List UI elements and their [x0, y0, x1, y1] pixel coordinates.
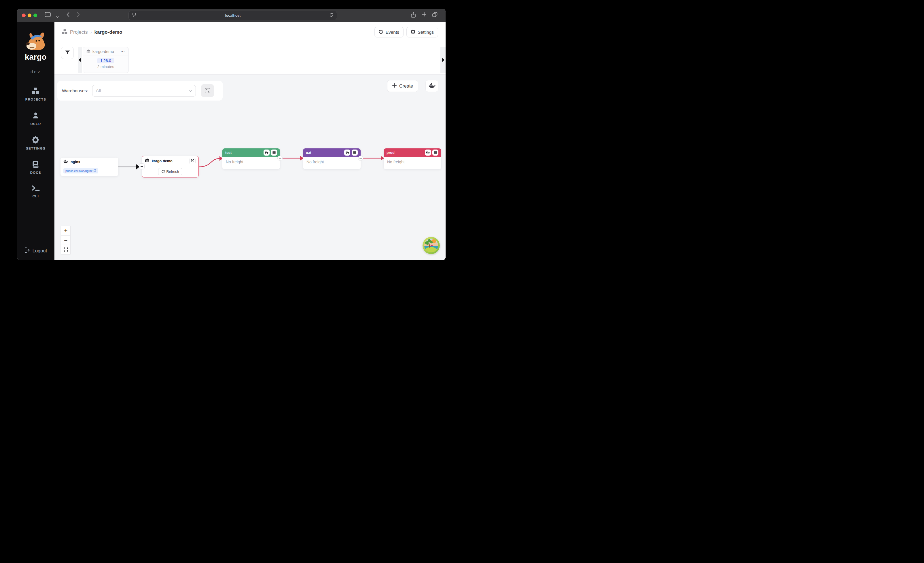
browser-window: localhost [17, 9, 446, 260]
image-link[interactable]: public.ecr.aws/nginx [63, 168, 98, 173]
page-header: Projects › kargo-demo Events [54, 22, 446, 42]
minus-icon [279, 158, 281, 158]
image-link-text: public.ecr.aws/nginx [65, 169, 93, 173]
collapse-connection-button[interactable] [278, 156, 282, 161]
events-label: Events [386, 30, 399, 35]
external-link-icon [191, 159, 194, 163]
repo-node-name: nginx [70, 160, 80, 164]
browser-toolbar: localhost [17, 9, 446, 22]
book-icon [32, 161, 39, 169]
boxes-icon [62, 29, 68, 35]
docker-icon [63, 159, 68, 165]
pipeline-item-menu-button[interactable]: ⋯ [120, 49, 125, 54]
divider [60, 166, 118, 166]
sidebar-item-docs[interactable]: DOCS [30, 161, 41, 174]
page-title: kargo-demo [94, 29, 122, 35]
stage-node-prod[interactable]: prod No freight [384, 149, 441, 169]
collapse-connection-button[interactable] [139, 164, 145, 170]
breadcrumb-separator: › [90, 30, 92, 35]
island-badge-icon[interactable] [423, 237, 440, 254]
sidebar-item-label: USER [30, 122, 41, 126]
freight-truck-button[interactable] [264, 150, 270, 156]
stage-menu-button[interactable] [352, 150, 358, 156]
env-label: dev [30, 69, 41, 74]
reload-icon[interactable] [330, 13, 333, 18]
url-bar[interactable]: localhost [129, 11, 337, 20]
sidebar-item-user[interactable]: USER [30, 112, 41, 126]
warehouse-icon [86, 49, 90, 54]
minimize-window-button[interactable] [28, 14, 32, 17]
age-label: 2 minutes [83, 65, 129, 69]
sidebar-toggle-icon[interactable] [45, 12, 51, 18]
funnel-icon [65, 50, 70, 56]
chevron-down-icon[interactable] [56, 14, 59, 19]
pipeline-canvas[interactable]: Warehouses: All [54, 75, 446, 260]
stage-node-test[interactable]: test No freight [222, 149, 280, 169]
stage-name: test [225, 151, 264, 155]
zoom-in-button[interactable]: + [62, 226, 70, 236]
tab-overview-icon[interactable] [432, 12, 438, 18]
stage-freight-status: No freight [222, 157, 280, 169]
zoom-window-button[interactable] [33, 14, 37, 17]
refresh-icon [162, 170, 165, 174]
refresh-label: Refresh [166, 170, 179, 174]
repo-node-nginx[interactable]: nginx public.ecr.aws/nginx [60, 158, 118, 176]
stage-name: prod [387, 151, 425, 155]
sidebar: kargo dev PROJECTS USER [17, 22, 54, 260]
edge-warehouse-to-test [199, 158, 220, 167]
warehouse-node-kargo-demo[interactable]: kargo-demo [142, 156, 199, 177]
filter-button[interactable] [61, 47, 74, 59]
share-icon[interactable] [411, 12, 416, 19]
caret-left-icon [79, 58, 81, 62]
warehouse-icon [145, 158, 150, 164]
scroll-left-control[interactable] [78, 47, 82, 73]
pipeline-item-card[interactable]: kargo-demo ⋯ 1.28.0 2 minutes [82, 47, 129, 73]
boxes-icon [32, 87, 39, 96]
url-text[interactable]: localhost [136, 13, 330, 18]
history-icon [379, 29, 383, 35]
stage-name: uat [306, 151, 344, 155]
sidebar-item-projects[interactable]: PROJECTS [26, 87, 46, 101]
logout-icon [24, 248, 30, 254]
warehouse-open-button[interactable] [189, 158, 196, 164]
new-tab-icon[interactable] [422, 12, 427, 18]
version-badge[interactable]: 1.28.0 [97, 58, 114, 63]
refresh-button[interactable]: Refresh [158, 168, 183, 175]
external-link-icon [94, 169, 96, 173]
gear-icon [411, 29, 416, 35]
gear-icon [32, 136, 39, 145]
logout-button[interactable]: Logout [17, 248, 54, 254]
breadcrumb-projects-link[interactable]: Projects [70, 29, 87, 35]
stage-freight-status: No freight [384, 157, 441, 169]
breadcrumb: Projects › kargo-demo [62, 29, 122, 35]
zoom-out-button[interactable]: − [62, 236, 70, 245]
forward-button[interactable] [77, 12, 80, 18]
sidebar-item-settings[interactable]: SETTINGS [26, 136, 45, 150]
events-button[interactable]: Events [375, 27, 404, 38]
close-window-button[interactable] [22, 14, 26, 17]
minus-icon [141, 166, 143, 167]
back-button[interactable] [66, 12, 69, 18]
project-settings-button[interactable]: Settings [406, 27, 438, 38]
sidebar-item-label: PROJECTS [26, 98, 46, 101]
pipelines-bar: kargo-demo ⋯ 1.28.0 2 minutes [54, 42, 446, 75]
scroll-right-control[interactable] [440, 47, 446, 73]
warehouse-node-name: kargo-demo [152, 159, 187, 163]
freight-truck-button[interactable] [425, 150, 431, 156]
kargo-logo-icon [22, 32, 49, 53]
sidebar-item-cli[interactable]: CLI [32, 185, 40, 198]
sidebar-item-label: DOCS [30, 171, 41, 174]
pipeline-item-name: kargo-demo [93, 49, 118, 54]
freight-truck-button[interactable] [344, 150, 350, 156]
terminal-icon [32, 185, 40, 192]
kargo-wordmark: kargo [25, 53, 46, 62]
collapse-connection-button[interactable] [358, 156, 363, 161]
stage-freight-status: No freight [303, 157, 361, 169]
stage-menu-button[interactable] [271, 150, 277, 156]
fit-view-button[interactable] [62, 245, 70, 254]
stage-node-uat[interactable]: uat No freight [303, 149, 361, 169]
stage-menu-button[interactable] [432, 150, 438, 156]
page-settings-icon[interactable] [132, 13, 136, 18]
sidebar-item-label: SETTINGS [26, 147, 45, 150]
user-icon [32, 112, 39, 120]
